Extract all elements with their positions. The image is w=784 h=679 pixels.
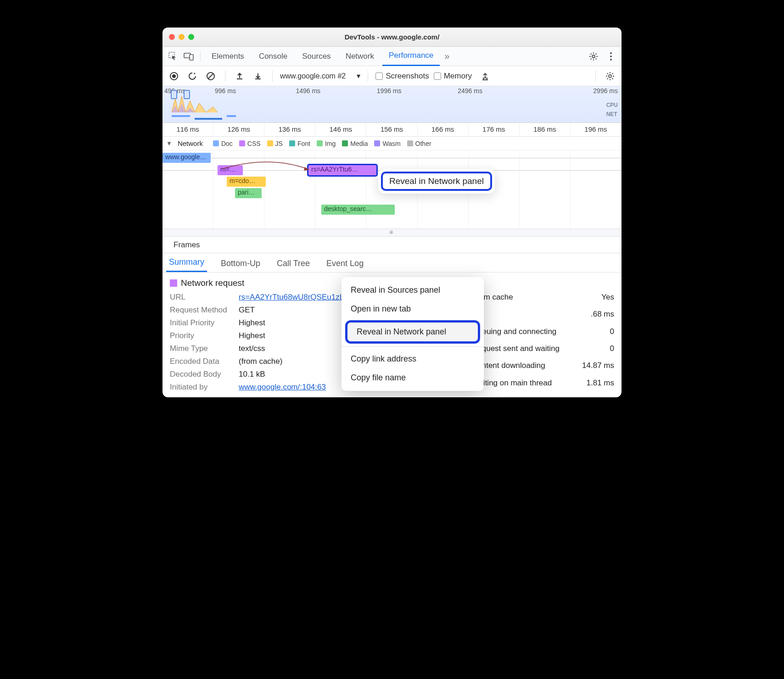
tab-elements[interactable]: Elements [205, 47, 251, 66]
legend-swatch [342, 140, 348, 146]
titlebar: DevTools - www.google.com/ [162, 28, 622, 47]
details-color-swatch [170, 279, 177, 287]
tab-console[interactable]: Console [252, 47, 294, 66]
window-title: DevTools - www.google.com/ [162, 33, 622, 41]
screenshots-checkbox[interactable]: Screenshots [375, 72, 429, 81]
capture-settings-gear-icon[interactable] [603, 69, 617, 83]
detail-value: 0 [582, 327, 614, 340]
main-tabs-row: Elements Console Sources Network Perform… [162, 47, 622, 66]
device-toggle-icon[interactable] [182, 50, 196, 63]
svg-point-5 [610, 56, 612, 57]
legend-label: Other [415, 140, 431, 147]
garbage-collect-icon[interactable] [478, 69, 492, 83]
context-menu-separator [342, 346, 484, 347]
frames-section-header[interactable]: Frames [162, 237, 622, 253]
detail-key: Mime Type [170, 344, 239, 353]
devtools-window: DevTools - www.google.com/ Elements Cons… [162, 28, 622, 397]
divider [272, 71, 273, 82]
tab-sources[interactable]: Sources [296, 47, 337, 66]
reveal-tooltip[interactable]: Reveal in Network panel [378, 169, 495, 194]
record-button[interactable] [167, 69, 181, 83]
sub-tab-event-log[interactable]: Event Log [324, 259, 366, 272]
legend-label: JS [275, 140, 283, 147]
details-sub-tabs: Summary Bottom-Up Call Tree Event Log [162, 253, 622, 273]
legend-swatch [239, 140, 245, 146]
overview-ticks: 496 ms 996 ms 1496 ms 1996 ms 2496 ms 29… [162, 87, 622, 95]
reload-button[interactable] [185, 69, 199, 83]
recording-selector[interactable]: www.google.com #2 ▾ [280, 72, 360, 80]
detail-key: Waiting on main thread [472, 378, 582, 392]
context-menu-item[interactable]: Reveal in Sources panel [342, 281, 484, 300]
svg-line-8 [208, 73, 213, 79]
maximize-window-button[interactable] [188, 34, 194, 40]
overview-right-labels: CPU NET [606, 102, 618, 117]
context-menu-item[interactable]: Copy file name [342, 368, 484, 387]
tab-network[interactable]: Network [339, 47, 381, 66]
overview-strip[interactable]: 496 ms 996 ms 1496 ms 1996 ms 2496 ms 29… [162, 86, 622, 123]
minimize-window-button[interactable] [179, 34, 185, 40]
detail-key: Request sent and waiting [472, 344, 582, 357]
legend-label: Font [297, 140, 310, 147]
network-waterfall[interactable]: www.google…m=…rs=AA2YrTtu6…m=cdo…pari…de… [162, 150, 622, 228]
more-tabs-icon[interactable]: » [442, 51, 452, 61]
legend-swatch [317, 140, 323, 146]
detail-key: Encoded Data [170, 357, 239, 366]
svg-point-6 [610, 59, 612, 61]
legend-item: Wasm [374, 140, 400, 147]
tab-performance[interactable]: Performance [382, 47, 440, 66]
detail-value: 14.87 ms [582, 361, 614, 374]
legend-item: Img [317, 140, 336, 147]
context-menu-item-highlighted[interactable]: Reveal in Network panel [345, 320, 480, 344]
context-menu-item[interactable]: Open in new tab [342, 300, 484, 318]
detail-value: Yes [582, 293, 614, 306]
detail-key: URL [170, 293, 239, 302]
download-icon[interactable] [251, 69, 265, 83]
collapse-triangle-icon: ▼ [166, 140, 172, 147]
network-section-header[interactable]: ▼ Network DocCSSJSFontImgMediaWasmOther [162, 137, 622, 150]
divider [368, 71, 368, 82]
svg-point-4 [610, 52, 612, 54]
waterfall-request-bar[interactable]: www.google… [162, 153, 211, 163]
waterfall-request-bar[interactable]: rs=AA2YrTtu6… [308, 165, 376, 175]
chevron-down-icon: ▾ [357, 72, 360, 80]
legend-item: CSS [239, 140, 261, 147]
waterfall-request-bar[interactable]: m=… [218, 165, 243, 175]
svg-point-3 [592, 55, 595, 58]
waterfall-request-bar[interactable]: desktop_searc… [321, 205, 395, 215]
svg-rect-2 [190, 55, 193, 60]
legend-swatch [267, 140, 273, 146]
memory-checkbox[interactable]: Memory [434, 72, 472, 81]
legend-label: Doc [221, 140, 233, 147]
sub-tab-call-tree[interactable]: Call Tree [274, 259, 313, 272]
legend-item: Other [407, 140, 431, 147]
waterfall-request-bar[interactable]: pari… [235, 188, 262, 198]
resize-handle[interactable]: ≡ [162, 228, 622, 237]
legend-swatch [213, 140, 219, 146]
clear-button[interactable] [204, 69, 218, 83]
divider [595, 71, 596, 82]
cpu-sparkline [172, 94, 227, 112]
detail-key [472, 310, 582, 323]
kebab-menu-icon[interactable] [604, 50, 618, 63]
legend-swatch [407, 140, 413, 146]
detail-value: 1.81 ms [582, 378, 614, 392]
close-window-button[interactable] [169, 34, 175, 40]
inspect-icon[interactable] [166, 50, 180, 63]
legend-swatch [289, 140, 295, 146]
upload-icon[interactable] [233, 69, 246, 83]
legend-label: Wasm [382, 140, 400, 147]
legend-item: Media [342, 140, 368, 147]
divider [225, 71, 225, 82]
settings-gear-icon[interactable] [587, 50, 600, 63]
sub-tab-bottom-up[interactable]: Bottom-Up [218, 259, 263, 272]
divider [200, 51, 201, 62]
waterfall-request-bar[interactable]: m=cdo… [227, 177, 266, 187]
detail-key: Content downloading [472, 361, 582, 374]
timeline-ruler: 116 ms 126 ms 136 ms 146 ms 156 ms 166 m… [162, 123, 622, 137]
detail-key: Decoded Body [170, 370, 239, 379]
checkbox-icon [434, 72, 441, 80]
sub-tab-summary[interactable]: Summary [166, 257, 207, 272]
context-menu-item[interactable]: Copy link address [342, 350, 484, 368]
summary-details: Network request URLrs=AA2YrTtu68wU8rQSEu… [162, 273, 622, 397]
details-title: Network request [181, 278, 244, 288]
